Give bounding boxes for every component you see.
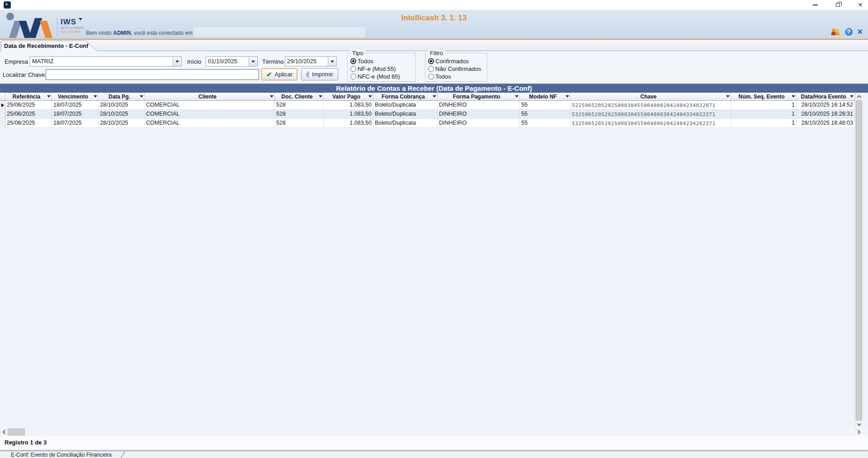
- vertical-scrollbar-thumb[interactable]: [856, 100, 862, 421]
- cell-referencia[interactable]: 25/06/2025: [5, 101, 52, 109]
- empresa-combobox[interactable]: MATRIZ: [30, 56, 182, 66]
- inicio-date-combobox[interactable]: 01/10/2025: [206, 56, 258, 66]
- cell-forma-cobranca[interactable]: Boleto/Duplicata: [373, 101, 438, 109]
- column-dropdown-icon[interactable]: [565, 95, 569, 98]
- inicio-dropdown-button[interactable]: [249, 57, 257, 66]
- imprimir-button[interactable]: Imprimir: [301, 68, 338, 80]
- aplicar-button[interactable]: ✔ Aplicar: [261, 68, 297, 80]
- column-header-modelo-nf[interactable]: Modelo NF: [520, 93, 571, 100]
- column-header-doc-cliente[interactable]: Doc. Cliente: [275, 93, 324, 100]
- column-header-forma-cobranca[interactable]: Forma Cobrança: [373, 93, 438, 100]
- radio-option-todos[interactable]: Todos: [350, 57, 400, 65]
- column-header-chave[interactable]: Chave: [571, 93, 731, 100]
- column-dropdown-icon[interactable]: [47, 95, 51, 98]
- cell-forma-pagamento[interactable]: DINHEIRO: [438, 119, 520, 127]
- cell-valor-pago[interactable]: 1.083,50: [324, 110, 373, 118]
- column-dropdown-icon[interactable]: [514, 95, 519, 98]
- radio-option-nao-confirmados[interactable]: Não Confirmados: [428, 65, 481, 73]
- cell-valor-pago[interactable]: 1.083,50: [324, 101, 373, 109]
- cell-doc-cliente[interactable]: 528: [275, 101, 324, 109]
- cell-modelo-nf[interactable]: 55: [520, 101, 571, 109]
- column-header-vencimento[interactable]: Vencimento: [52, 93, 99, 100]
- cell-referencia[interactable]: 25/06/2025: [5, 110, 52, 118]
- table-row[interactable]: 25/06/202518/07/202528/10/2025COMERCIAL5…: [0, 119, 855, 128]
- cell-forma-pagamento[interactable]: DINHEIRO: [438, 101, 520, 109]
- cell-cliente[interactable]: COMERCIAL: [145, 101, 275, 109]
- cell-vencimento[interactable]: 18/07/2025: [52, 101, 99, 109]
- scroll-up-button[interactable]: [855, 93, 863, 100]
- column-dropdown-icon[interactable]: [791, 95, 795, 98]
- column-header-num-seq-evento[interactable]: Núm. Seq. Evento: [731, 93, 797, 100]
- column-dropdown-icon[interactable]: [139, 95, 143, 98]
- cell-doc-cliente[interactable]: 528: [275, 110, 324, 118]
- help-icon[interactable]: ?: [845, 28, 853, 36]
- vertical-scrollbar[interactable]: [855, 93, 863, 428]
- cell-data-pg[interactable]: 28/10/2025: [99, 110, 145, 118]
- localizar-chave-input[interactable]: [46, 69, 259, 80]
- close-tab-icon[interactable]: ×: [857, 28, 863, 36]
- cell-doc-cliente[interactable]: 528: [275, 119, 324, 127]
- cell-data-pg[interactable]: 28/10/2025: [99, 101, 145, 109]
- horizontal-scrollbar-thumb[interactable]: [8, 429, 25, 435]
- restore-button[interactable]: [835, 2, 841, 8]
- cell-vencimento[interactable]: 18/07/2025: [52, 119, 99, 127]
- scroll-left-button[interactable]: [0, 428, 8, 436]
- radio-option-todos[interactable]: Todos: [428, 73, 481, 80]
- cell-forma-cobranca[interactable]: Boleto/Duplicata: [373, 110, 438, 118]
- column-dropdown-icon[interactable]: [318, 95, 322, 98]
- radio-icon[interactable]: [350, 66, 356, 72]
- cell-cliente[interactable]: COMERCIAL: [145, 110, 275, 118]
- cell-forma-cobranca[interactable]: Boleto/Duplicata: [373, 119, 438, 127]
- cell-num-seq-evento[interactable]: 1: [731, 119, 797, 127]
- column-header-cliente[interactable]: Cliente: [145, 93, 275, 100]
- radio-icon[interactable]: [350, 74, 356, 79]
- radio-icon[interactable]: [428, 58, 434, 64]
- column-dropdown-icon[interactable]: [726, 95, 730, 98]
- scroll-down-button[interactable]: [855, 421, 863, 428]
- empresa-dropdown-button[interactable]: [173, 57, 181, 66]
- horizontal-scrollbar[interactable]: [0, 428, 863, 436]
- column-header-data-pg[interactable]: Data Pg.: [99, 93, 145, 100]
- column-dropdown-icon[interactable]: [93, 95, 97, 98]
- cell-referencia[interactable]: 25/06/2025: [5, 119, 52, 127]
- termino-dropdown-button[interactable]: [328, 57, 336, 66]
- termino-date-combobox[interactable]: 29/10/2025: [285, 56, 337, 66]
- column-dropdown-icon[interactable]: [368, 95, 372, 98]
- radio-option-confirmados[interactable]: Confirmados: [428, 57, 481, 65]
- radio-icon[interactable]: [428, 66, 434, 72]
- cell-modelo-nf[interactable]: 55: [520, 110, 571, 118]
- column-header-forma-pagamento[interactable]: Forma Pagamento: [438, 93, 520, 100]
- cell-num-seq-evento[interactable]: 1: [731, 101, 797, 109]
- users-icon[interactable]: [831, 28, 840, 36]
- cell-valor-pago[interactable]: 1.083,50: [324, 119, 373, 127]
- table-row[interactable]: 25/06/202518/07/202528/10/2025COMERCIAL5…: [0, 110, 855, 119]
- cell-data-hora-evento[interactable]: 28/10/2025 16:26:31: [797, 110, 855, 118]
- cell-data-hora-evento[interactable]: 28/10/2025 16:48:03: [797, 119, 855, 127]
- radio-option-nf-e-mod-55[interactable]: NF-e (Mod 55): [350, 65, 400, 73]
- column-header-data-hora-evento[interactable]: Data/Hora Evento: [797, 93, 855, 100]
- cell-cliente[interactable]: COMERCIAL: [145, 119, 275, 127]
- column-dropdown-icon[interactable]: [849, 95, 854, 98]
- column-header-referencia[interactable]: Referência: [5, 93, 52, 100]
- cell-num-seq-evento[interactable]: 1: [731, 110, 797, 118]
- close-button[interactable]: ×: [857, 2, 863, 8]
- radio-icon[interactable]: [428, 74, 434, 79]
- cell-data-hora-evento[interactable]: 28/10/2025 16:14:52: [797, 101, 855, 109]
- cell-modelo-nf[interactable]: 55: [520, 119, 571, 127]
- cell-chave[interactable]: 5325065205202500030455004000304240433402…: [571, 110, 731, 118]
- cell-data-pg[interactable]: 28/10/2025: [99, 119, 145, 127]
- column-dropdown-icon[interactable]: [432, 95, 436, 98]
- minimize-button[interactable]: [812, 2, 818, 8]
- table-row[interactable]: 25/06/202518/07/202528/10/2025COMERCIAL5…: [0, 101, 855, 110]
- column-header-valor-pago[interactable]: Valor Pago: [324, 93, 373, 100]
- logo-dropdown-icon[interactable]: [79, 18, 82, 20]
- tab-data-recebimento[interactable]: Data de Recebimento - E-Conf: [0, 40, 98, 51]
- radio-icon[interactable]: [350, 58, 356, 64]
- cell-vencimento[interactable]: 18/07/2025: [52, 110, 99, 118]
- cell-chave[interactable]: 5325065205202500030455004000204240423420…: [571, 119, 731, 127]
- scroll-right-button[interactable]: [855, 428, 863, 436]
- horizontal-scrollbar-track[interactable]: [25, 428, 855, 436]
- radio-option-nfc-e-mod-65[interactable]: NFC-e (Mod 65): [350, 73, 400, 80]
- cell-forma-pagamento[interactable]: DINHEIRO: [438, 110, 520, 118]
- column-dropdown-icon[interactable]: [269, 95, 274, 98]
